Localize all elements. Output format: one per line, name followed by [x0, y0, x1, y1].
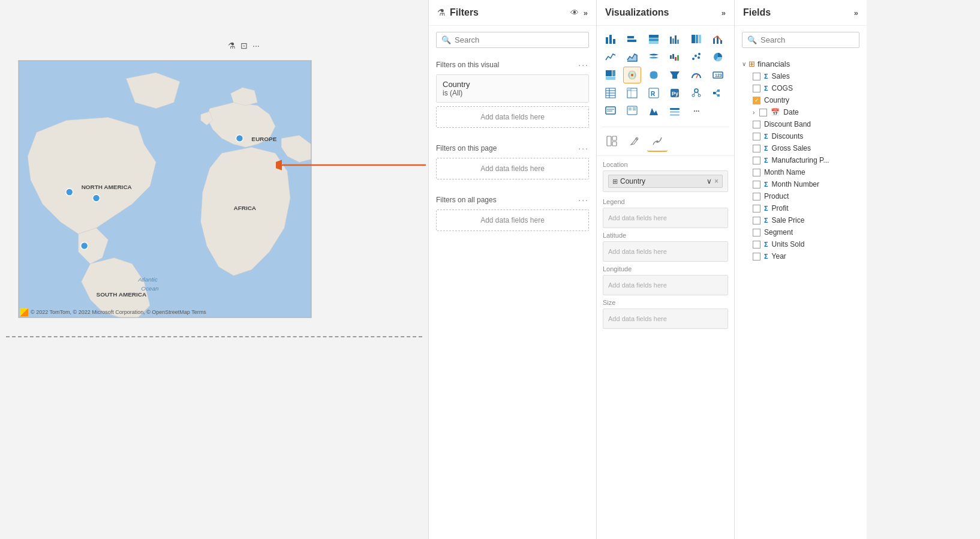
fields-checkbox-segment[interactable] [753, 229, 760, 236]
viz-treemap[interactable] [602, 67, 620, 83]
viz-ribbon[interactable] [645, 49, 663, 65]
viz-pie[interactable] [709, 49, 727, 65]
size-slot[interactable]: Add data fields here [603, 309, 728, 329]
svg-line-67 [698, 92, 699, 94]
viz-line-column[interactable] [709, 31, 727, 47]
location-slot[interactable]: ⊞ Country ∨ × [603, 170, 728, 192]
viz-scatter[interactable] [687, 49, 705, 65]
fields-item-year[interactable]: Σ Year [741, 250, 861, 262]
longitude-slot[interactable]: Add data fields here [603, 275, 728, 295]
viz-gauge[interactable] [687, 67, 705, 83]
financials-table-icon: ⊞ [748, 59, 755, 68]
fields-item-product[interactable]: Product [741, 190, 861, 202]
fields-checkbox-gross-sales[interactable] [753, 145, 760, 152]
legend-slot[interactable]: Add data fields here [603, 208, 728, 228]
fields-item-gross-sales[interactable]: Σ Gross Sales [741, 142, 861, 154]
fields-tree: ∨ ⊞ financials Σ Sales Σ COGS [735, 54, 867, 268]
viz-r-visual[interactable]: R [645, 85, 663, 101]
viz-tab-format[interactable] [624, 133, 645, 152]
viz-slicer[interactable] [666, 103, 684, 119]
fields-search-input[interactable] [760, 35, 854, 44]
viz-filled-map[interactable] [645, 67, 663, 83]
fields-group-financials-header[interactable]: ∨ ⊞ financials [741, 58, 861, 70]
viz-expand-icon[interactable]: » [722, 8, 726, 17]
fields-item-discounts[interactable]: Σ Discounts [741, 130, 861, 142]
viz-map[interactable] [623, 67, 641, 83]
latitude-slot[interactable]: Add data fields here [603, 241, 728, 262]
svg-rect-84 [612, 136, 617, 140]
eye-icon[interactable]: 👁 [570, 8, 579, 17]
viz-matrix[interactable] [623, 85, 641, 101]
filter-card-country-title: Country [443, 80, 582, 89]
filters-visual-more[interactable]: ··· [578, 60, 589, 70]
fields-checkbox-product[interactable] [753, 193, 760, 200]
viz-narrative[interactable] [602, 103, 620, 119]
viz-smart-narrative[interactable] [623, 103, 641, 119]
fields-item-country[interactable]: ✓ Country [741, 94, 861, 106]
viz-area[interactable] [623, 49, 641, 65]
filter-icon[interactable]: ⚗ [228, 41, 236, 50]
fields-item-date[interactable]: › 📅 Date [741, 106, 861, 118]
map-visual-container[interactable]: NORTH AMERICA EUROPE AFRICA SOUTH AMERIC… [18, 60, 312, 318]
fields-checkbox-month-number[interactable] [753, 181, 760, 188]
filters-visual-add-field[interactable]: Add data fields here [436, 106, 589, 128]
fields-item-manufacturing[interactable]: Σ Manufacturing P... [741, 154, 861, 166]
viz-100-stacked[interactable] [687, 31, 705, 47]
viz-azure-map[interactable] [645, 103, 663, 119]
fields-item-segment[interactable]: Segment [741, 226, 861, 238]
fields-checkbox-month-name[interactable] [753, 169, 760, 176]
fields-item-discount-band[interactable]: Discount Band [741, 118, 861, 130]
fields-checkbox-discount-band[interactable] [753, 121, 760, 128]
viz-funnel[interactable] [666, 67, 684, 83]
more-options-icon[interactable]: ··· [252, 41, 260, 50]
viz-more[interactable]: ··· [687, 103, 705, 119]
fields-checkbox-date[interactable] [759, 109, 767, 116]
filters-expand-icon[interactable]: » [584, 8, 588, 17]
viz-tab-analytics[interactable] [647, 133, 668, 152]
fields-item-month-name[interactable]: Month Name [741, 166, 861, 178]
location-remove-icon[interactable]: × [714, 177, 719, 185]
fields-item-cogs[interactable]: Σ COGS [741, 82, 861, 94]
viz-tab-build[interactable] [602, 133, 622, 152]
fields-checkbox-units-sold[interactable] [753, 241, 760, 248]
filters-search-input[interactable] [455, 35, 584, 44]
viz-key-influencers[interactable] [687, 85, 705, 101]
fields-item-sale-price[interactable]: Σ Sale Price [741, 214, 861, 226]
date-chevron[interactable]: › [753, 109, 754, 116]
viz-panel-title: Visualizations [605, 7, 717, 18]
fields-expand-icon[interactable]: » [854, 8, 858, 17]
location-chevron-down[interactable]: ∨ [707, 177, 712, 185]
fields-item-month-number[interactable]: Σ Month Number [741, 178, 861, 190]
viz-waterfall[interactable] [666, 49, 684, 65]
viz-python[interactable]: Py [666, 85, 684, 101]
fields-checkbox-cogs[interactable] [753, 85, 760, 92]
viz-stacked-bar[interactable] [645, 31, 663, 47]
filters-page-more[interactable]: ··· [578, 143, 589, 153]
fields-item-sales[interactable]: Σ Sales [741, 70, 861, 82]
filters-page-add-field[interactable]: Add data fields here [436, 158, 589, 179]
viz-table[interactable] [602, 85, 620, 101]
fields-checkbox-discounts[interactable] [753, 133, 760, 140]
viz-clustered[interactable] [666, 31, 684, 47]
fields-checkbox-manufacturing[interactable] [753, 157, 760, 164]
fields-checkbox-country[interactable]: ✓ [753, 97, 760, 104]
fields-item-profit[interactable]: Σ Profit [741, 202, 861, 214]
viz-column-chart[interactable] [623, 31, 641, 47]
location-value[interactable]: ⊞ Country ∨ × [608, 175, 723, 188]
filters-search-box[interactable]: 🔍 [436, 32, 589, 48]
fields-item-units-sold[interactable]: Σ Units Sold [741, 238, 861, 250]
fields-checkbox-sale-price[interactable] [753, 217, 760, 224]
viz-card[interactable]: 123 [709, 67, 727, 83]
fields-checkbox-profit[interactable] [753, 205, 760, 212]
fields-checkbox-sales[interactable] [753, 73, 760, 80]
filter-card-country[interactable]: Country is (All) [436, 74, 589, 103]
viz-decomp-tree[interactable] [709, 85, 727, 101]
focus-icon[interactable]: ⊡ [241, 41, 248, 50]
fields-search-box[interactable]: 🔍 [742, 32, 859, 48]
filters-all-pages-more[interactable]: ··· [578, 195, 589, 205]
discounts-sigma-icon: Σ [764, 133, 768, 140]
filters-all-pages-add-field[interactable]: Add data fields here [436, 209, 589, 231]
viz-bar-chart[interactable] [602, 31, 620, 47]
fields-checkbox-year[interactable] [753, 253, 760, 260]
viz-line[interactable] [602, 49, 620, 65]
